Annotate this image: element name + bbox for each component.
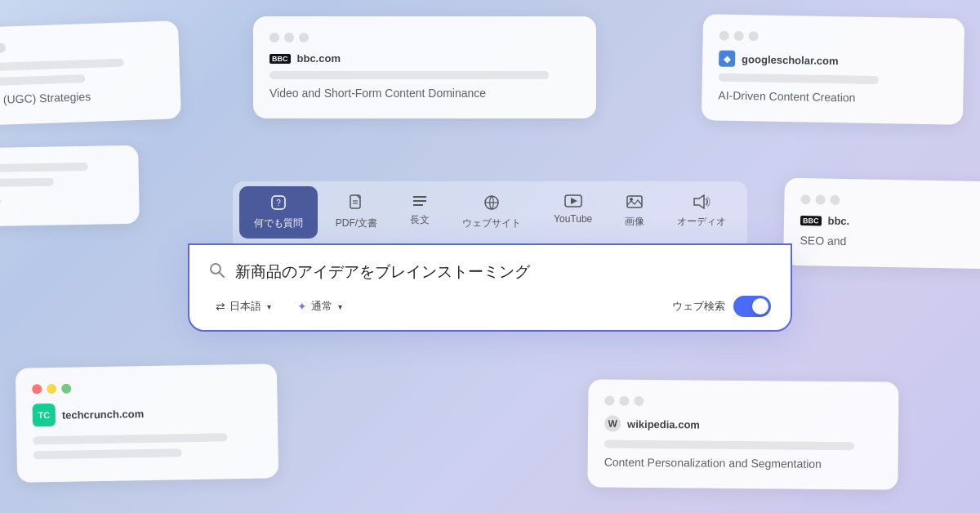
svg-line-16 (220, 273, 224, 277)
card-mid-right-favicon: BBC bbc. (800, 214, 980, 230)
card-top-center-subtitle: Video and Short-Form Content Dominance (270, 86, 580, 102)
search-controls: ⇄ 日本語 ▾ ✦ 通常 ▾ ウェブ検索 (209, 296, 771, 317)
tab-audio-icon (693, 194, 710, 212)
language-chevron-icon: ▾ (267, 302, 271, 311)
tab-longtext-label: 長文 (410, 213, 430, 227)
tab-youtube-icon (564, 194, 582, 210)
wikipedia-favicon-icon: W (604, 416, 621, 432)
tab-audio[interactable]: オーディオ (662, 186, 741, 239)
search-query-text[interactable]: 新商品のアイデアをブレインストーミング (235, 261, 771, 283)
tab-pdf-label: PDF/文書 (336, 216, 377, 230)
bbc-favicon-icon-2: BBC (800, 216, 822, 225)
techcrunch-favicon-icon: TC (33, 404, 56, 426)
svg-marker-11 (571, 198, 577, 204)
tab-pdf[interactable]: PDF/文書 (321, 186, 392, 239)
tab-longtext[interactable]: 長文 (395, 186, 444, 239)
card-top-right-subtitle: AI-Driven Content Creation (718, 88, 947, 108)
tab-nandemo-label: 何でも質問 (254, 216, 303, 230)
controls-left: ⇄ 日本語 ▾ ✦ 通常 ▾ (209, 296, 349, 317)
card-mid-left-subtitle: nminance (0, 191, 122, 210)
tab-nandemo[interactable]: ? 何でも質問 (239, 186, 318, 239)
search-input-row: 新商品のアイデアをブレインストーミング (209, 261, 771, 283)
bg-card-top-left: ontent (UGC) Strategies (0, 20, 181, 126)
card-bottom-right-subtitle: Content Personalization and Segmentation (604, 455, 882, 474)
tab-pdf-icon (349, 194, 363, 213)
tab-youtube[interactable]: YouTube (539, 186, 607, 239)
card-top-left-subtitle: ontent (UGC) Strategies (0, 87, 164, 109)
search-icon (209, 262, 225, 283)
bbc-favicon-icon: BBC (270, 54, 291, 64)
language-label: 日本語 (229, 299, 261, 314)
tab-nandemo-icon: ? (270, 194, 287, 213)
tab-website-label: ウェブサイト (462, 216, 521, 230)
search-interface: ? 何でも質問 PDF/文書 (188, 181, 792, 332)
bg-card-bottom-right: W wikipedia.com Content Personalization … (587, 380, 898, 490)
bg-card-top-center: BBC bbc.com Video and Short-Form Content… (253, 16, 596, 118)
mode-chevron-icon: ▾ (338, 302, 342, 311)
tab-website[interactable]: ウェブサイト (448, 186, 536, 239)
googlescholar-favicon-icon: ◆ (719, 51, 735, 67)
svg-marker-14 (694, 195, 704, 208)
mode-selector[interactable]: ✦ 通常 ▾ (291, 296, 349, 317)
card-top-right-favicon: ◆ googlescholar.com (719, 51, 947, 71)
tab-bar: ? 何でも質問 PDF/文書 (233, 181, 748, 243)
card-bottom-left-favicon: TC techcrunch.com (33, 400, 261, 427)
tab-longtext-icon (412, 194, 428, 210)
card-mid-right-subtitle: SEO and (800, 233, 979, 252)
tab-image[interactable]: 画像 (610, 186, 659, 239)
svg-text:?: ? (276, 199, 281, 207)
mode-icon: ✦ (297, 300, 307, 313)
mode-label: 通常 (311, 299, 332, 314)
card-bottom-right-favicon: W wikipedia.com (604, 416, 882, 435)
language-icon: ⇄ (216, 300, 225, 313)
bg-card-mid-right: BBC bbc. SEO and (783, 178, 980, 269)
language-selector[interactable]: ⇄ 日本語 ▾ (209, 296, 278, 317)
tab-image-label: 画像 (625, 215, 644, 229)
tab-image-icon (626, 194, 643, 212)
bg-card-bottom-left: TC techcrunch.com (16, 364, 278, 483)
bg-card-mid-left: nminance (0, 145, 140, 227)
web-search-toggle[interactable] (733, 296, 771, 317)
svg-point-15 (211, 264, 220, 274)
card-top-center-favicon: BBC bbc.com (270, 52, 580, 65)
bg-card-top-right: ◆ googlescholar.com AI-Driven Content Cr… (702, 14, 964, 124)
tab-website-icon (483, 194, 500, 213)
web-search-label: ウェブ検索 (672, 299, 725, 314)
controls-right: ウェブ検索 (672, 296, 771, 317)
search-box: 新商品のアイデアをブレインストーミング ⇄ 日本語 ▾ ✦ 通常 ▾ ウェブ検索 (188, 243, 792, 332)
tab-audio-label: オーディオ (677, 215, 726, 229)
tab-youtube-label: YouTube (554, 213, 592, 225)
